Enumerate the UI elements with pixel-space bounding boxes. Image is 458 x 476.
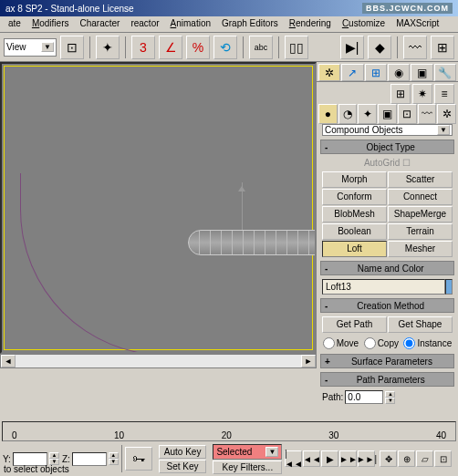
tab-modify[interactable]: ↗	[341, 64, 363, 81]
viewport-scroll-h[interactable]: ◄ ►	[0, 354, 317, 368]
scroll-right-icon[interactable]: ►	[301, 355, 316, 367]
cat-systems-icon[interactable]: ✲	[437, 104, 456, 124]
blobmesh-button[interactable]: BlobMesh	[322, 206, 387, 222]
tab-utilities[interactable]: 🔧	[434, 64, 456, 81]
align-icon[interactable]: ▶|	[340, 36, 364, 59]
path-value-input[interactable]	[345, 390, 383, 404]
z-label: Z:	[62, 454, 70, 464]
named-sel-icon[interactable]: abc	[249, 36, 273, 59]
next-frame-icon[interactable]: ►►	[339, 450, 357, 467]
tab-hierarchy[interactable]: ⊞	[365, 64, 387, 81]
cat-shapes-icon[interactable]: ◔	[338, 104, 358, 124]
tick: 20	[222, 430, 232, 440]
object-name-input[interactable]	[322, 279, 445, 295]
sub-lights-icon[interactable]: ✷	[412, 84, 432, 104]
terrain-button[interactable]: Terrain	[388, 223, 453, 240]
tab-motion[interactable]: ◉	[388, 64, 410, 81]
pan-icon[interactable]: ✥	[380, 450, 397, 467]
select-manip-icon[interactable]: ✦	[96, 36, 120, 59]
z-input[interactable]	[72, 452, 107, 466]
category-dropdown[interactable]: Compound Objects ▼	[322, 124, 453, 136]
loft-mesh[interactable]	[188, 230, 316, 255]
menu-reactor[interactable]: reactor	[126, 17, 163, 31]
time-slider[interactable]: 0 10 20 30 40	[2, 421, 456, 441]
shapemerge-button[interactable]: ShapeMerge	[388, 206, 453, 222]
goto-end-icon[interactable]: ►►|	[358, 450, 375, 467]
autokey-button[interactable]: Auto Key	[159, 445, 207, 459]
morph-button[interactable]: Morph	[322, 171, 387, 188]
object-color-swatch[interactable]	[445, 279, 453, 295]
prev-frame-icon[interactable]: ◄◄	[303, 450, 320, 467]
mesher-button[interactable]: Mesher	[388, 241, 453, 257]
tab-display[interactable]: ▣	[411, 64, 432, 81]
rollout-creation-method[interactable]: -Creation Method	[320, 298, 454, 313]
menu-customize[interactable]: Customize	[338, 17, 390, 31]
pivot-icon[interactable]: ⊡	[60, 36, 84, 59]
category-value: Compound Objects	[325, 125, 403, 135]
spinner-snap-icon[interactable]: ⟲	[213, 36, 237, 59]
tick: 40	[436, 430, 446, 440]
window-title: ax 8 SP2 - Stand-alone License	[5, 4, 134, 14]
keyfilters-button[interactable]: Key Filters...	[213, 460, 282, 474]
tick: 10	[114, 430, 124, 440]
scatter-button[interactable]: Scatter	[388, 171, 453, 188]
command-panel: ✲ ↗ ⊞ ◉ ▣ 🔧 ⊞ ✷ ≡ ● ◔ ✦ ▣ ⊡ 〰 ✲ Compound…	[317, 62, 458, 368]
rollout-surface-params[interactable]: +Surface Parameters	[320, 354, 454, 368]
fov-icon[interactable]: ▱	[416, 450, 433, 467]
layer-icon[interactable]: ◆	[368, 36, 391, 59]
schematic-icon[interactable]: ⊞	[431, 36, 454, 59]
chevron-down-icon: ▼	[41, 42, 54, 52]
zoom-icon[interactable]: ⊕	[398, 450, 415, 467]
sub-geometry-icon[interactable]: ⊞	[390, 84, 411, 104]
menu-bar: ate Modifiers Character reactor Animatio…	[0, 16, 458, 33]
refcoord-dropdown[interactable]: View ▼	[4, 38, 57, 57]
menu-modifiers[interactable]: Modifiers	[27, 17, 74, 31]
cat-geometry-icon[interactable]: ●	[318, 104, 338, 124]
maximize-icon[interactable]: ⊡	[434, 450, 452, 467]
rollout-path-params[interactable]: -Path Parameters	[320, 372, 454, 387]
setkey-button[interactable]: Set Key	[159, 460, 207, 473]
rollout-object-type[interactable]: -Object Type	[320, 140, 454, 154]
snap-angle-icon[interactable]: ∠	[159, 36, 182, 59]
tick: 30	[328, 430, 338, 440]
radio-move[interactable]: Move	[323, 337, 359, 349]
cat-helpers-icon[interactable]: ⊡	[398, 104, 417, 124]
snap-percent-icon[interactable]: %	[186, 36, 210, 59]
y-label: Y:	[3, 454, 11, 464]
connect-button[interactable]: Connect	[388, 189, 453, 205]
mirror-icon[interactable]: ▯▯	[285, 36, 308, 59]
snap-3d-icon[interactable]: 3	[131, 36, 155, 59]
chevron-down-icon: ▼	[437, 125, 450, 135]
radio-instance[interactable]: Instance	[403, 337, 452, 349]
key-lock-icon[interactable]: 🗝	[125, 447, 152, 471]
cat-lights-icon[interactable]: ✦	[358, 104, 377, 124]
scroll-left-icon[interactable]: ◄	[1, 355, 16, 367]
menu-create[interactable]: ate	[4, 17, 26, 31]
menu-graph[interactable]: Graph Editors	[217, 17, 283, 31]
get-shape-button[interactable]: Get Shape	[388, 316, 453, 333]
get-path-button[interactable]: Get Path	[322, 316, 387, 333]
transform-gizmo[interactable]	[225, 182, 243, 233]
autogrid-checkbox[interactable]: AutoGrid ☐	[317, 156, 458, 170]
goto-start-icon[interactable]: |◄◄	[285, 450, 302, 467]
tab-create[interactable]: ✲	[318, 64, 340, 81]
menu-rendering[interactable]: Rendering	[285, 17, 336, 31]
main-toolbar: View ▼ ⊡ ✦ 3 ∠ % ⟲ abc ▯▯ ▶| ◆ 〰 ⊞	[0, 33, 458, 62]
cat-cameras-icon[interactable]: ▣	[378, 104, 397, 124]
sub-helpers-icon[interactable]: ≡	[434, 84, 454, 104]
menu-animation[interactable]: Animation	[166, 17, 215, 31]
boolean-button[interactable]: Boolean	[322, 223, 387, 240]
menu-maxscript[interactable]: MAXScript	[391, 17, 443, 31]
rollout-name-color[interactable]: -Name and Color	[320, 261, 454, 275]
path-spinner[interactable]: ▲▼	[385, 391, 395, 404]
cat-spacewarps-icon[interactable]: 〰	[418, 104, 437, 124]
curve-editor-icon[interactable]: 〰	[403, 36, 427, 59]
play-icon[interactable]: ▶	[321, 450, 338, 467]
radio-copy[interactable]: Copy	[364, 337, 399, 349]
path-label: Path:	[322, 392, 343, 402]
loft-button[interactable]: Loft	[322, 241, 387, 257]
viewport[interactable]	[0, 62, 317, 354]
conform-button[interactable]: Conform	[322, 189, 387, 205]
keymode-dropdown[interactable]: Selected▼	[213, 444, 282, 460]
menu-character[interactable]: Character	[76, 17, 125, 31]
